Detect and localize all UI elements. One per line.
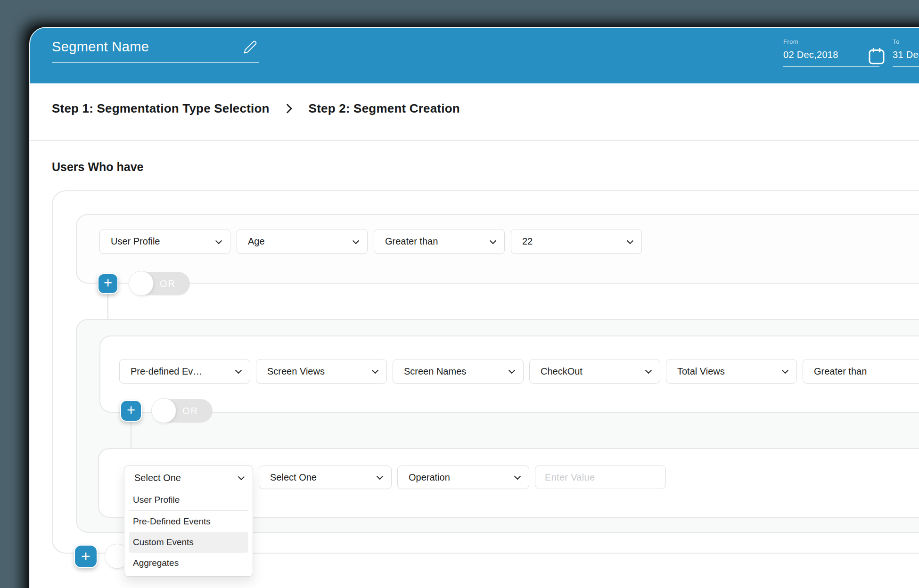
select-value: Screen Names: [404, 366, 466, 377]
chevron-down-icon: [372, 367, 378, 374]
row3-type-select-open: Select One User Profile Pre-Defined Even…: [124, 466, 253, 577]
condition-group-1: User Profile Age Greater than 22: [76, 214, 919, 284]
select-value: User Profile: [111, 236, 160, 247]
row2-type-select[interactable]: Pre-defined Ev…: [119, 359, 250, 384]
select-value: 22: [522, 236, 533, 247]
row1-attribute-select[interactable]: Age: [237, 229, 368, 254]
chevron-down-icon: [215, 237, 222, 244]
or-label: OR: [160, 272, 176, 295]
row2-metric-select[interactable]: Total Views: [666, 359, 797, 384]
row2-operator-select[interactable]: Greater than: [803, 359, 919, 384]
select-value: Screen Views: [267, 366, 325, 377]
select-value: Pre-defined Ev…: [131, 366, 202, 377]
date-from-value: 02 Dec,2018: [783, 49, 879, 67]
add-condition-button-1[interactable]: +: [98, 273, 118, 294]
menu-item-custom-events[interactable]: Custom Events: [129, 532, 248, 553]
condition-group-2: Pre-defined Ev… Screen Views Screen Name…: [76, 319, 919, 533]
date-to-field[interactable]: To 31 Dec,2018: [893, 38, 919, 67]
date-to-label: To: [893, 38, 919, 45]
add-condition-group-button[interactable]: +: [74, 545, 98, 568]
header-bar: Segment Name From 02 Dec,2018 To 31 Dec,…: [30, 28, 919, 83]
chevron-down-icon: [782, 367, 788, 374]
select-value: Select One: [134, 473, 181, 483]
condition-subgroup-2a: Pre-defined Ev… Screen Views Screen Name…: [99, 335, 919, 413]
segment-name-text: Segment Name: [52, 39, 259, 55]
menu-item-user-profile[interactable]: User Profile: [129, 490, 248, 510]
select-value: CheckOut: [541, 366, 583, 377]
chevron-down-icon: [377, 473, 383, 480]
step-1-tab[interactable]: Step 1: Segmentation Type Selection: [52, 101, 270, 116]
row1-operator-select[interactable]: Greater than: [374, 229, 505, 254]
condition-row-2: Pre-defined Ev… Screen Views Screen Name…: [119, 359, 919, 384]
and-or-toggle-2[interactable]: OR: [152, 399, 213, 423]
step-breadcrumb: Step 1: Segmentation Type Selection Step…: [52, 101, 460, 116]
row2-property-select[interactable]: Screen Names: [393, 359, 524, 384]
plus-icon: +: [127, 403, 135, 417]
chevron-down-icon: [645, 367, 652, 374]
menu-item-pre-defined-events[interactable]: Pre-Defined Events: [129, 511, 248, 532]
select-value: Operation: [409, 472, 450, 483]
toggle-knob: [151, 398, 176, 423]
select-value: Greater than: [385, 236, 438, 247]
chevron-down-icon: [509, 367, 515, 374]
chevron-right-icon: [283, 102, 295, 115]
dimmed-backdrop: { "colors": { "header-bg": "#278fc1", "a…: [0, 0, 919, 588]
or-label: OR: [182, 399, 198, 423]
row3-type-select[interactable]: Select One: [124, 466, 253, 490]
chevron-down-icon: [490, 237, 496, 244]
date-from-label: From: [783, 38, 879, 45]
value-input[interactable]: [535, 466, 666, 489]
select-value: Select One: [270, 472, 317, 483]
menu-item-aggregates[interactable]: Aggregates: [129, 553, 248, 573]
chevron-down-icon: [514, 473, 521, 480]
edit-pencil-icon[interactable]: [243, 40, 257, 54]
toggle-knob: [129, 271, 154, 296]
section-title: Users Who have: [52, 160, 144, 174]
connector-line: [107, 294, 108, 319]
chevron-down-icon: [353, 237, 359, 244]
chevron-down-icon: [235, 367, 242, 374]
row2-screen-select[interactable]: CheckOut: [529, 359, 660, 384]
select-value: Age: [248, 236, 265, 247]
row1-value-select[interactable]: 22: [511, 229, 642, 254]
chevron-up-icon: [238, 474, 245, 480]
plus-icon: +: [104, 276, 112, 290]
segment-conditions-card: User Profile Age Greater than 22 +: [52, 190, 919, 554]
select-value: Greater than: [814, 366, 867, 377]
calendar-icon[interactable]: [867, 47, 886, 65]
segment-builder-window: Segment Name From 02 Dec,2018 To 31 Dec,…: [29, 27, 919, 588]
header-divider: [30, 140, 919, 141]
select-dropdown-menu: User Profile Pre-Defined Events Custom E…: [124, 490, 253, 576]
segment-name-input[interactable]: Segment Name: [52, 39, 259, 63]
date-to-value: 31 Dec,2018: [893, 49, 919, 67]
condition-row-1: User Profile Age Greater than 22: [99, 229, 642, 254]
condition-subgroup-2b: Select One Operation Select One: [98, 448, 919, 518]
row2-event-select[interactable]: Screen Views: [256, 359, 387, 384]
add-condition-button-2[interactable]: +: [120, 400, 142, 422]
date-from-field[interactable]: From 02 Dec,2018: [783, 38, 879, 67]
connector-line: [131, 422, 131, 449]
row3-attribute-select[interactable]: Select One: [259, 466, 392, 489]
step-2-tab[interactable]: Step 2: Segment Creation: [309, 101, 460, 116]
row3-operation-select[interactable]: Operation: [397, 466, 529, 489]
plus-icon: +: [81, 548, 90, 564]
and-or-toggle-1[interactable]: OR: [130, 272, 190, 295]
select-value: Total Views: [677, 366, 725, 377]
row1-type-select[interactable]: User Profile: [99, 229, 230, 254]
chevron-down-icon: [627, 237, 633, 244]
